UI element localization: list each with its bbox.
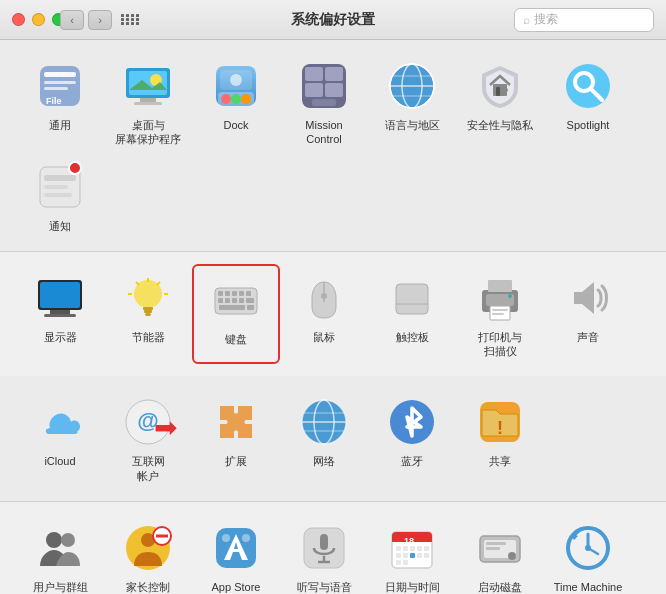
- svg-rect-47: [144, 310, 152, 313]
- pref-printer[interactable]: 打印机与扫描仪: [456, 264, 544, 365]
- svg-point-89: [46, 532, 62, 548]
- svg-rect-57: [232, 291, 237, 296]
- pref-appstore[interactable]: App Store: [192, 514, 280, 594]
- pref-datetime[interactable]: 18 日期与时间: [368, 514, 456, 594]
- svg-rect-99: [320, 534, 328, 550]
- pref-dock[interactable]: Dock: [192, 52, 280, 153]
- pref-spotlight[interactable]: Spotlight: [544, 52, 632, 153]
- sound-icon: [560, 270, 616, 326]
- svg-text:18: 18: [404, 536, 414, 546]
- datetime-icon: 18: [384, 520, 440, 576]
- dictation-label: 听写与语音: [297, 580, 352, 594]
- pref-sharing[interactable]: ! 共享: [456, 388, 544, 489]
- pref-bluetooth[interactable]: 蓝牙: [368, 388, 456, 489]
- svg-point-120: [508, 552, 516, 560]
- pref-display[interactable]: 显示器: [16, 264, 104, 365]
- display-icon: [32, 270, 88, 326]
- svg-rect-61: [225, 298, 230, 303]
- svg-rect-42: [40, 282, 80, 308]
- dock-icon: [208, 58, 264, 114]
- svg-rect-117: [403, 560, 408, 565]
- keyboard-label: 键盘: [225, 332, 247, 346]
- svg-point-97: [242, 534, 250, 542]
- dictation-icon: [296, 520, 352, 576]
- security-label: 安全性与隐私: [467, 118, 533, 132]
- svg-rect-19: [305, 67, 323, 81]
- network-label: 网络: [313, 454, 335, 468]
- pref-trackpad[interactable]: 触控板: [368, 264, 456, 365]
- svg-rect-46: [143, 307, 153, 310]
- pref-general[interactable]: File New Op... 通用: [16, 52, 104, 153]
- svg-rect-63: [239, 298, 244, 303]
- svg-rect-106: [396, 546, 401, 551]
- svg-rect-69: [396, 284, 428, 314]
- svg-point-126: [585, 545, 591, 551]
- svg-rect-3: [44, 87, 68, 90]
- language-label: 语言与地区: [385, 118, 440, 132]
- svg-rect-59: [246, 291, 251, 296]
- icloud-icon: [32, 394, 88, 450]
- svg-rect-107: [403, 546, 408, 551]
- bluetooth-icon: [384, 394, 440, 450]
- svg-rect-21: [305, 83, 323, 97]
- general-icon: File New Op...: [32, 58, 88, 114]
- close-button[interactable]: [12, 13, 25, 26]
- pref-sound[interactable]: 声音: [544, 264, 632, 365]
- pref-mouse[interactable]: 鼠标: [280, 264, 368, 365]
- general-label: 通用: [49, 118, 71, 132]
- sound-label: 声音: [577, 330, 599, 344]
- security-icon: [472, 58, 528, 114]
- sharing-label: 共享: [489, 454, 511, 468]
- svg-point-96: [222, 534, 230, 542]
- pref-security[interactable]: 安全性与隐私: [456, 52, 544, 153]
- svg-rect-43: [50, 310, 70, 314]
- grid-view-button[interactable]: [120, 10, 140, 30]
- svg-rect-60: [218, 298, 223, 303]
- svg-rect-56: [225, 291, 230, 296]
- svg-rect-73: [488, 280, 512, 292]
- trackpad-label: 触控板: [396, 330, 429, 344]
- pref-keyboard[interactable]: 键盘: [192, 264, 280, 365]
- svg-rect-22: [325, 83, 343, 97]
- titlebar: ‹ › 系统偏好设置 ⌕ 搜索: [0, 0, 666, 40]
- svg-rect-115: [424, 553, 429, 558]
- users-icon: [32, 520, 88, 576]
- search-box[interactable]: ⌕ 搜索: [514, 8, 654, 32]
- pref-energy[interactable]: 节能器: [104, 264, 192, 365]
- svg-rect-114: [417, 553, 422, 558]
- svg-rect-39: [44, 185, 68, 189]
- back-button[interactable]: ‹: [60, 10, 84, 30]
- keyboard-icon: [208, 272, 264, 328]
- pref-dictation[interactable]: 听写与语音: [280, 514, 368, 594]
- pref-language[interactable]: 语言与地区: [368, 52, 456, 153]
- svg-rect-7: [129, 71, 167, 95]
- forward-button[interactable]: ›: [88, 10, 112, 30]
- bluetooth-label: 蓝牙: [401, 454, 423, 468]
- appstore-icon: [208, 520, 264, 576]
- notification-icon: [32, 159, 88, 215]
- svg-rect-9: [134, 102, 162, 105]
- pref-network[interactable]: 网络: [280, 388, 368, 489]
- svg-point-15: [241, 94, 251, 104]
- svg-rect-23: [312, 99, 336, 106]
- pref-desktop[interactable]: 桌面与屏幕保护程序: [104, 52, 192, 153]
- pref-parental[interactable]: 家长控制: [104, 514, 192, 594]
- icloud-label: iCloud: [44, 454, 75, 468]
- users-label: 用户与群组: [33, 580, 88, 594]
- pref-users[interactable]: 用户与群组: [16, 514, 104, 594]
- svg-point-77: [508, 294, 512, 298]
- pref-startup[interactable]: 启动磁盘: [456, 514, 544, 594]
- pref-mission[interactable]: MissionControl: [280, 52, 368, 153]
- pref-notification[interactable]: 通知: [16, 153, 104, 239]
- svg-point-13: [221, 94, 231, 104]
- pref-internet[interactable]: @ 互联网帐户: [104, 388, 192, 489]
- pref-timemachine[interactable]: Time Machine: [544, 514, 632, 594]
- minimize-button[interactable]: [32, 13, 45, 26]
- network-icon: [296, 394, 352, 450]
- section-system: 用户与群组 家长控制: [0, 502, 666, 594]
- pref-icloud[interactable]: iCloud: [16, 388, 104, 489]
- pref-extensions[interactable]: 扩展: [192, 388, 280, 489]
- energy-label: 节能器: [132, 330, 165, 344]
- svg-rect-108: [410, 546, 415, 551]
- svg-line-52: [136, 282, 139, 285]
